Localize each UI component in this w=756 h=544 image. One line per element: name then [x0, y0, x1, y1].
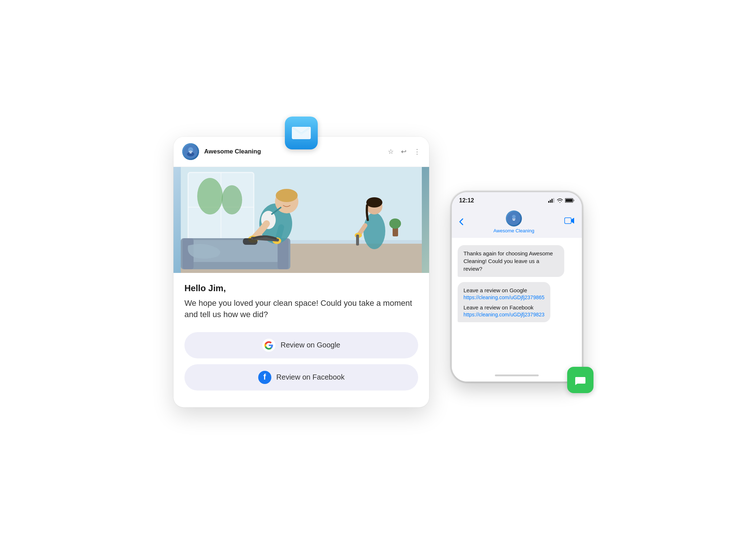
- facebook-icon: f: [258, 371, 271, 384]
- phone-contact-info[interactable]: Awesome Cleaning: [493, 210, 534, 233]
- review-google-label: Review on Google: [280, 341, 340, 349]
- phone-device: 12:12: [451, 191, 583, 382]
- messages-icon: [572, 372, 588, 388]
- svg-point-12: [197, 178, 223, 214]
- svg-rect-46: [565, 218, 571, 224]
- phone-status-bar: 12:12: [452, 192, 582, 207]
- email-greeting: Hello Jim,: [184, 283, 418, 293]
- video-call-button[interactable]: [564, 217, 574, 227]
- email-hero-image: [173, 167, 429, 273]
- avatar-cleaning-icon: [184, 145, 198, 159]
- review-google-button[interactable]: Review on Google: [184, 332, 418, 358]
- star-icon[interactable]: ☆: [388, 148, 394, 156]
- sender-avatar: [182, 143, 199, 160]
- wifi-icon: [557, 198, 563, 203]
- home-bar: [495, 374, 539, 376]
- contact-avatar: [506, 210, 522, 227]
- battery-icon: [565, 198, 574, 203]
- svg-rect-44: [513, 219, 515, 221]
- svg-rect-31: [356, 235, 359, 246]
- svg-point-33: [389, 218, 401, 229]
- cleaning-illustration: [173, 167, 429, 273]
- email-body-text: We hope you loved your clean space! Coul…: [184, 298, 418, 320]
- review-facebook-label: Review on Facebook: [276, 373, 345, 381]
- mail-icon: [291, 126, 311, 140]
- video-icon: [564, 217, 574, 224]
- contact-name: Awesome Cleaning: [493, 228, 534, 233]
- review-facebook-button[interactable]: f Review on Facebook: [184, 364, 418, 391]
- message-link-facebook[interactable]: https://cleaning.com/uGDjfj2379823: [463, 312, 545, 317]
- mail-icon-badge: [285, 117, 318, 149]
- back-button[interactable]: [459, 218, 463, 225]
- message-text-1: Thanks again for choosing Awesome Cleani…: [463, 250, 553, 272]
- svg-rect-41: [573, 199, 574, 201]
- more-icon[interactable]: ⋮: [414, 148, 420, 156]
- svg-point-29: [366, 197, 382, 208]
- email-body: Hello Jim, We hope you loved your clean …: [173, 273, 429, 407]
- svg-rect-36: [548, 201, 549, 203]
- phone-messages-area: Thanks again for choosing Awesome Cleani…: [452, 238, 582, 369]
- scene: Awesome Cleaning ☆ ↩ ⋮: [122, 35, 634, 510]
- google-icon: [262, 339, 275, 352]
- message-bubble-1: Thanks again for choosing Awesome Cleani…: [458, 245, 564, 277]
- contact-avatar-icon: [507, 212, 520, 225]
- phone-nav-bar: Awesome Cleaning: [452, 207, 582, 238]
- email-card: Awesome Cleaning ☆ ↩ ⋮: [173, 137, 429, 407]
- svg-rect-42: [566, 199, 573, 202]
- svg-point-13: [222, 185, 242, 214]
- phone-wrapper: 12:12: [451, 191, 583, 382]
- message-link-google[interactable]: https://cleaning.com/uGDjfj2379865: [463, 294, 545, 300]
- svg-point-45: [512, 215, 516, 218]
- message-text-3-prefix: Leave a review on Facebook: [463, 304, 545, 311]
- svg-rect-37: [550, 200, 551, 203]
- message-bubble-2: Leave a review on Google https://cleanin…: [458, 282, 550, 322]
- signal-icon: [548, 198, 555, 203]
- svg-rect-39: [553, 198, 554, 203]
- email-action-buttons: ☆ ↩ ⋮: [388, 148, 420, 156]
- messages-badge: [567, 367, 593, 393]
- phone-status-icons: [548, 198, 574, 203]
- message-text-2-prefix: Leave a review on Google: [463, 286, 545, 294]
- svg-point-22: [276, 189, 298, 202]
- reply-icon[interactable]: ↩: [401, 148, 406, 156]
- phone-home-indicator: [452, 369, 582, 381]
- email-card-wrapper: Awesome Cleaning ☆ ↩ ⋮: [173, 137, 429, 407]
- phone-time: 12:12: [459, 197, 474, 204]
- svg-rect-38: [551, 199, 553, 203]
- svg-rect-5: [190, 152, 192, 153]
- back-chevron-icon: [459, 218, 463, 225]
